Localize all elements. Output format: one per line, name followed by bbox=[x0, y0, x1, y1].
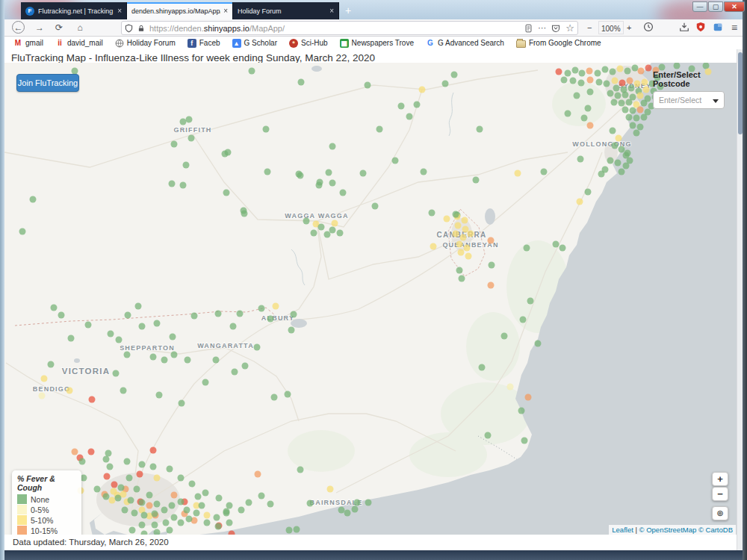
zoom-out-button[interactable]: − bbox=[587, 21, 592, 35]
illness-dot[interactable] bbox=[473, 177, 480, 184]
illness-dot[interactable] bbox=[215, 311, 222, 317]
illness-dot[interactable] bbox=[105, 450, 112, 457]
illness-dot[interactable] bbox=[489, 262, 495, 269]
illness-dot[interactable] bbox=[641, 114, 648, 121]
illness-dot[interactable] bbox=[354, 500, 361, 506]
illness-dot[interactable] bbox=[125, 312, 131, 319]
tab-close-icon[interactable]: × bbox=[329, 7, 334, 15]
illness-dot[interactable] bbox=[183, 162, 190, 169]
illness-dot[interactable] bbox=[462, 226, 469, 233]
illness-dot[interactable] bbox=[479, 364, 486, 371]
tab-close-icon[interactable]: × bbox=[117, 7, 122, 15]
illness-dot[interactable] bbox=[616, 135, 622, 142]
illness-dot[interactable] bbox=[179, 400, 185, 407]
back-icon[interactable]: ← bbox=[12, 21, 25, 34]
illness-dot[interactable] bbox=[611, 99, 618, 106]
illness-dot[interactable] bbox=[128, 497, 134, 504]
maximize-button[interactable]: ▢ bbox=[708, 1, 723, 12]
illness-dot[interactable] bbox=[161, 507, 168, 514]
illness-dot[interactable] bbox=[113, 370, 120, 377]
illness-dot[interactable] bbox=[587, 77, 594, 84]
illness-dot[interactable] bbox=[39, 393, 46, 399]
illness-dot[interactable] bbox=[89, 396, 96, 403]
illness-dot[interactable] bbox=[624, 68, 631, 75]
illness-dot[interactable] bbox=[297, 467, 304, 473]
illness-dot[interactable] bbox=[612, 78, 619, 84]
page-scrollbar[interactable] bbox=[737, 49, 743, 550]
illness-dot[interactable] bbox=[578, 80, 585, 87]
illness-dot[interactable] bbox=[171, 514, 178, 521]
illness-dot[interactable] bbox=[241, 211, 248, 217]
illness-dot[interactable] bbox=[587, 89, 594, 96]
illness-dot[interactable] bbox=[307, 500, 314, 507]
illness-dot[interactable] bbox=[430, 243, 437, 250]
minimize-button[interactable]: — bbox=[692, 1, 707, 12]
illness-dot[interactable] bbox=[352, 506, 359, 513]
illness-dot[interactable] bbox=[139, 500, 146, 506]
illness-dot[interactable] bbox=[171, 352, 178, 358]
bookmark-item[interactable]: GG Advanced Search bbox=[426, 39, 504, 48]
illness-dot[interactable] bbox=[199, 503, 205, 509]
browser-tab[interactable]: denden.shinyapps.io/MapApp/× bbox=[127, 2, 233, 19]
illness-dot[interactable] bbox=[633, 130, 640, 137]
illness-dot[interactable] bbox=[134, 486, 140, 493]
illness-dot[interactable] bbox=[188, 135, 195, 142]
illness-dot[interactable] bbox=[146, 492, 153, 499]
illness-dot[interactable] bbox=[634, 81, 641, 87]
illness-dot[interactable] bbox=[291, 311, 297, 318]
illness-dot[interactable] bbox=[541, 169, 548, 175]
illness-dot[interactable] bbox=[507, 384, 514, 391]
browser-tab[interactable]: FFlutracking.net | Tracking Influ× bbox=[21, 2, 127, 19]
illness-dot[interactable] bbox=[184, 507, 190, 514]
illness-dot[interactable] bbox=[193, 510, 200, 517]
illness-dot[interactable] bbox=[577, 156, 584, 163]
zoom-level[interactable]: 100% bbox=[598, 21, 624, 34]
carto-link[interactable]: © CartoDB bbox=[698, 526, 733, 534]
illness-dot[interactable] bbox=[329, 143, 336, 150]
illness-dot[interactable] bbox=[565, 111, 571, 117]
illness-dot[interactable] bbox=[527, 298, 534, 305]
illness-dot[interactable] bbox=[612, 143, 619, 149]
illness-dot[interactable] bbox=[186, 516, 193, 523]
bookmark-item[interactable]: *Sci-Hub bbox=[289, 39, 328, 48]
illness-dot[interactable] bbox=[468, 231, 474, 237]
illness-dot[interactable] bbox=[637, 124, 644, 131]
illness-dot[interactable] bbox=[171, 141, 178, 148]
illness-dot[interactable] bbox=[419, 87, 426, 93]
illness-dot[interactable] bbox=[186, 116, 193, 123]
illness-dot[interactable] bbox=[154, 475, 161, 482]
illness-dot[interactable] bbox=[340, 190, 347, 196]
illness-dot[interactable] bbox=[213, 357, 220, 364]
illness-dot[interactable] bbox=[455, 223, 462, 229]
illness-dot[interactable] bbox=[139, 461, 146, 468]
illness-dot[interactable] bbox=[572, 67, 579, 74]
bookmark-item[interactable]: ▦Newspapers Trove bbox=[340, 39, 414, 48]
new-tab-button[interactable]: + bbox=[339, 2, 357, 19]
bookmark-item[interactable]: Holiday Forum bbox=[115, 39, 176, 48]
illness-dot[interactable] bbox=[126, 475, 133, 482]
map-canvas[interactable]: GRIFFITHWOLLONGONGWAGGA WAGGASYDNEYCANBE… bbox=[4, 63, 737, 535]
illness-dot[interactable] bbox=[577, 199, 583, 205]
illness-dot[interactable] bbox=[610, 128, 616, 134]
illness-dot[interactable] bbox=[311, 230, 317, 237]
illness-dot[interactable] bbox=[51, 305, 58, 311]
illness-dot[interactable] bbox=[120, 388, 127, 394]
illness-dot[interactable] bbox=[171, 492, 178, 499]
illness-dot[interactable] bbox=[135, 303, 142, 310]
illness-dot[interactable] bbox=[332, 220, 338, 227]
illness-dot[interactable] bbox=[178, 475, 185, 482]
illness-dot[interactable] bbox=[258, 493, 265, 500]
illness-dot[interactable] bbox=[501, 333, 508, 340]
illness-dot[interactable] bbox=[255, 471, 261, 478]
illness-dot[interactable] bbox=[273, 303, 279, 310]
illness-dot[interactable] bbox=[180, 182, 187, 189]
illness-dot[interactable] bbox=[150, 354, 157, 361]
illness-dot[interactable] bbox=[585, 105, 592, 112]
illness-dot[interactable] bbox=[223, 190, 230, 196]
lock-icon[interactable] bbox=[137, 24, 145, 33]
illness-dot[interactable] bbox=[623, 163, 630, 169]
illness-dot[interactable] bbox=[202, 490, 209, 497]
illness-dot[interactable] bbox=[72, 449, 78, 455]
illness-dot[interactable] bbox=[103, 494, 110, 500]
illness-dot[interactable] bbox=[515, 170, 521, 177]
